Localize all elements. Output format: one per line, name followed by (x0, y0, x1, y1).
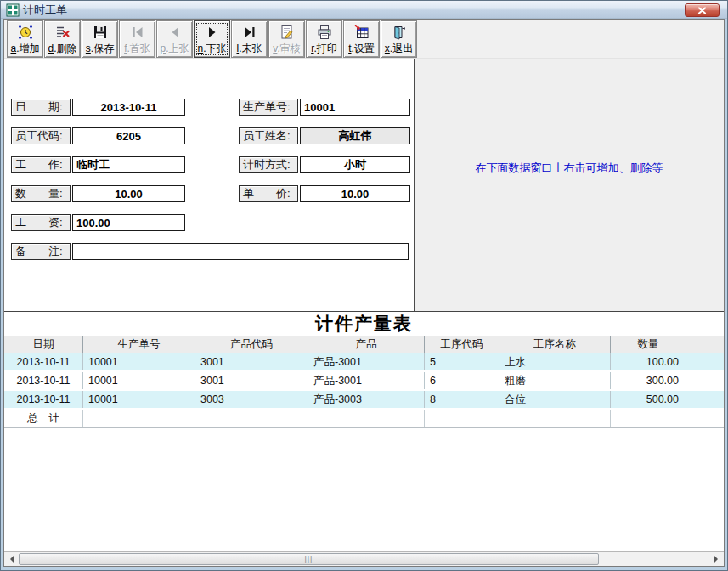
save-icon (92, 23, 109, 42)
form-panel: 日 期: 生产单号: 员工代码: 员工姓名: (4, 59, 415, 311)
table-cell: 产品-3003 (308, 391, 425, 408)
column-header[interactable]: 产品代码 (195, 336, 308, 353)
exit-icon (391, 23, 408, 42)
toolbar-button-delete[interactable]: d.删除 (44, 20, 81, 58)
toolbar-button-label: p.上张 (160, 42, 189, 55)
column-header[interactable]: 日期 (4, 336, 83, 353)
wage-label: 工 资: (11, 214, 71, 231)
app-icon (6, 3, 20, 17)
toolbar-button-prev: p.上张 (156, 20, 193, 58)
table-total-row: 总 计 (4, 410, 724, 428)
hint-area: 在下面数据窗口上右击可增加、删除等 (415, 59, 724, 311)
table-cell: 6 (425, 372, 499, 389)
table-row[interactable]: 2013-10-11100013003产品-30038合位500.00 (4, 391, 724, 410)
toolbar-button-save[interactable]: s.保存 (82, 20, 118, 58)
date-input[interactable] (72, 99, 185, 116)
quantity-label: 数 量: (11, 185, 71, 202)
employee-code-input[interactable] (72, 127, 185, 144)
toolbar-button-audit: v.审核 (268, 20, 305, 58)
form-section: 日 期: 生产单号: 员工代码: 员工姓名: (4, 59, 724, 311)
column-header-filler (686, 336, 724, 353)
close-button[interactable] (685, 3, 720, 17)
table-cell: 粗磨 (499, 372, 611, 389)
toolbar-button-exit[interactable]: x.退出 (381, 20, 417, 58)
timing-mode-input[interactable] (300, 156, 410, 173)
toolbar-button-print[interactable]: r.打印 (306, 20, 342, 58)
column-header[interactable]: 数量 (611, 336, 686, 353)
column-header[interactable]: 生产单号 (83, 336, 195, 353)
toolbar-button-first: f.首张 (119, 20, 155, 58)
total-cell (499, 410, 611, 427)
toolbar: a.增加d.删除s.保存f.首张p.上张n.下张l.末张v.审核r.打印t.设置… (4, 20, 724, 59)
last-icon (241, 23, 258, 42)
order-no-input[interactable] (300, 99, 410, 116)
table-cell: 10001 (83, 372, 195, 389)
unit-price-input[interactable] (300, 185, 410, 202)
scroll-left-button[interactable] (4, 552, 19, 566)
employee-name-input[interactable] (300, 127, 410, 144)
table-cell: 2013-10-11 (4, 391, 83, 408)
titlebar: 计时工单 (1, 1, 727, 19)
toolbar-button-settings[interactable]: t.设置 (343, 20, 380, 58)
column-header[interactable]: 工序代码 (425, 336, 499, 353)
wage-input[interactable] (72, 214, 185, 231)
table-cell: 10001 (83, 391, 195, 408)
table-cell-filler (686, 372, 724, 389)
scroll-right-button[interactable] (709, 552, 724, 566)
window-title: 计时工单 (23, 3, 67, 18)
table-cell: 8 (425, 391, 499, 408)
timing-mode-label: 计时方式: (239, 156, 298, 173)
toolbar-button-last[interactable]: l.末张 (231, 20, 268, 58)
total-cell (308, 410, 425, 427)
grid-header: 日期生产单号产品代码产品工序代码工序名称数量 (4, 336, 724, 353)
toolbar-button-label: r.打印 (311, 42, 337, 55)
column-header[interactable]: 工序名称 (499, 336, 611, 353)
toolbar-button-label: x.退出 (385, 42, 413, 55)
hint-text: 在下面数据窗口上右击可增加、删除等 (476, 161, 663, 174)
employee-code-label: 员工代码: (11, 127, 71, 144)
remark-label: 备 注: (11, 243, 71, 260)
toolbar-button-label: t.设置 (348, 42, 375, 55)
unit-price-label: 单 价: (239, 185, 298, 202)
scrollbar-thumb[interactable]: ||| (19, 553, 599, 565)
horizontal-scrollbar[interactable]: ||| (4, 551, 724, 566)
scrollbar-track[interactable]: ||| (19, 552, 709, 566)
toolbar-button-label: f.首张 (124, 42, 150, 55)
grid-title-band: 计件产量表 (4, 311, 724, 336)
table-row[interactable]: 2013-10-11100013001产品-30015上水100.00 (4, 353, 724, 372)
order-no-label: 生产单号: (239, 99, 298, 116)
add-icon (17, 23, 34, 42)
total-cell (83, 410, 195, 427)
date-label: 日 期: (11, 99, 71, 116)
scroll-left-icon (7, 556, 14, 563)
audit-icon (279, 23, 296, 42)
column-header[interactable]: 产品 (308, 336, 425, 353)
toolbar-button-add[interactable]: a.增加 (7, 20, 43, 58)
total-cell (611, 410, 686, 427)
toolbar-button-label: d.删除 (48, 42, 76, 55)
client-area: a.增加d.删除s.保存f.首张p.上张n.下张l.末张v.审核r.打印t.设置… (3, 19, 725, 567)
table-cell: 3001 (195, 372, 308, 389)
table-title: 计件产量表 (315, 312, 413, 336)
app-window: 计时工单 a.增加d.删除s.保存f.首张p.上张n.下张l.末张v.审核r.打… (0, 0, 728, 571)
table-row[interactable]: 2013-10-11100013001产品-30016粗磨300.00 (4, 372, 724, 391)
content: 日 期: 生产单号: 员工代码: 员工姓名: (4, 59, 724, 551)
total-cell (425, 410, 499, 427)
quantity-input[interactable] (72, 185, 185, 202)
table-cell: 500.00 (611, 391, 686, 408)
table-cell: 2013-10-11 (4, 372, 83, 389)
table-cell: 10001 (83, 353, 195, 370)
job-label: 工 作: (11, 156, 71, 173)
table-cell-filler (686, 391, 724, 408)
toolbar-button-label: n.下张 (197, 42, 226, 55)
grid-empty-area (4, 428, 724, 551)
total-label-cell: 总 计 (4, 410, 83, 427)
table-cell: 3001 (195, 353, 308, 370)
employee-name-label: 员工姓名: (239, 127, 298, 144)
table-cell: 100.00 (611, 353, 686, 370)
remark-input[interactable] (72, 243, 409, 260)
toolbar-button-next[interactable]: n.下张 (194, 20, 230, 58)
table-cell: 产品-3001 (308, 372, 425, 389)
job-input[interactable] (72, 156, 185, 173)
next-icon (204, 23, 221, 42)
